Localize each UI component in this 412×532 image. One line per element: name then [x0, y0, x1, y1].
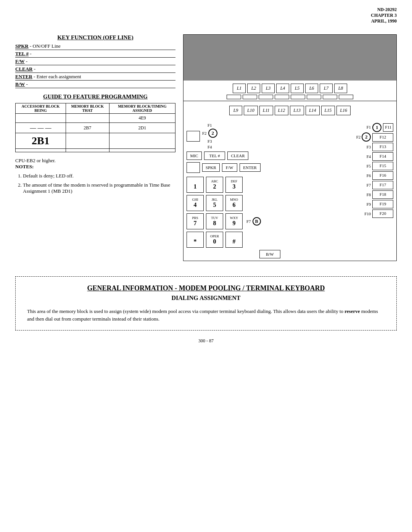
- key-1[interactable]: 1: [187, 177, 204, 193]
- table-cell: [66, 114, 109, 123]
- l6-key[interactable]: L6: [305, 84, 318, 93]
- f11-f20-col: 1 F11 F12 F13 F14 F15 F16 F17 F18 F19 F2…: [372, 123, 393, 258]
- f17-key[interactable]: F17: [372, 181, 393, 189]
- l13-key[interactable]: L13: [290, 106, 304, 115]
- key-item-tel: TEL # -: [15, 51, 175, 58]
- l15-key[interactable]: L15: [321, 106, 335, 115]
- key-5[interactable]: JKL 5: [206, 195, 223, 211]
- circle-1-badge: 1: [372, 123, 381, 132]
- fw-key[interactable]: F/W: [222, 163, 237, 172]
- notes-title: NOTES:: [15, 164, 34, 169]
- circle-2-badge: 2: [208, 129, 217, 138]
- circle-b-badge: B: [253, 217, 261, 226]
- f19-key[interactable]: F19: [372, 200, 393, 208]
- f3-label: F3: [202, 139, 217, 143]
- table-cell-empty: [66, 133, 109, 149]
- cpu-note: CPU-EB2 or higher. NOTES:: [15, 158, 175, 170]
- table-row: 4E9: [16, 114, 175, 123]
- header-line3: APRIL, 1990: [371, 18, 397, 24]
- table-cell-2b7: 2B7: [66, 123, 109, 133]
- phone-row-1: F1 F2 2 F3 F4: [187, 123, 353, 149]
- l2-key[interactable]: L2: [247, 84, 260, 93]
- left-panel: KEY FUNCTION (OFF LINE) SPKR - ON/OFF Li…: [15, 34, 175, 261]
- f16-key[interactable]: F16: [372, 171, 393, 180]
- key-6[interactable]: MNO 6: [225, 195, 243, 211]
- key-item-clear: CLEAR -: [15, 66, 175, 73]
- table-cell-empty5: [109, 149, 175, 152]
- f15-key[interactable]: F15: [372, 162, 393, 170]
- note-item-2: The amount of time the modem is reserved…: [23, 182, 175, 194]
- f1-side-label: F1: [356, 123, 371, 131]
- key-star[interactable]: *: [187, 232, 204, 248]
- spkr-key[interactable]: SPKR: [202, 163, 220, 172]
- key-8[interactable]: TUV 8: [206, 213, 223, 229]
- l9-key[interactable]: L9: [229, 106, 242, 115]
- table-row-empty: [16, 149, 175, 152]
- l10-key[interactable]: L10: [244, 106, 258, 115]
- numpad-row-2: GHI 4 JKL 5 MNO 6: [187, 195, 353, 211]
- footer-text: 300 - 87: [198, 338, 214, 343]
- f14-key[interactable]: F14: [372, 152, 393, 161]
- bw-row: B/W: [187, 250, 353, 258]
- l8-key[interactable]: L8: [334, 84, 347, 93]
- key-2[interactable]: ABC 2: [206, 177, 223, 193]
- table-cell-2d1: 2D1: [109, 123, 175, 133]
- table-cell-empty2: [109, 133, 175, 149]
- numpad-row-4: * OPER 0 #: [187, 232, 353, 248]
- l1-key[interactable]: L1: [233, 84, 246, 93]
- notes-list: Default is deny; LED off. The amount of …: [15, 173, 175, 194]
- f12-key[interactable]: F12: [372, 133, 393, 142]
- page-header: ND-20292 CHAPTER 3 APRIL, 1990: [371, 7, 397, 24]
- l14-key[interactable]: L14: [306, 106, 320, 115]
- bottom-section: GENERAL INFORMATION - MODEM POOLING / TE…: [15, 276, 397, 330]
- f7-b-group: F7 B: [246, 213, 261, 229]
- f1-label: F1: [202, 123, 217, 127]
- f11-circle-row: 1 F11: [372, 123, 393, 132]
- l2-indicator: [243, 95, 257, 99]
- f4-side-label: F4: [356, 152, 371, 161]
- f20-key[interactable]: F20: [372, 210, 393, 218]
- l6-key-group: L6: [305, 84, 318, 93]
- l12-key[interactable]: L12: [275, 106, 289, 115]
- key-hash[interactable]: #: [225, 232, 243, 248]
- f1-f10-col: F1 F2 2 F3 F4 F5 F6 F7 F8 F9 F10: [356, 123, 371, 258]
- f7-side-label: F7: [356, 181, 371, 189]
- programming-table: ACCESSORY BLOCK BEING MEMORY BLOCK THAT …: [15, 103, 175, 152]
- f18-key[interactable]: F18: [372, 190, 393, 199]
- l3-indicator: [259, 95, 273, 99]
- f10-side-label: F10: [356, 210, 371, 218]
- tel-key[interactable]: TEL #: [204, 152, 225, 160]
- l11-key[interactable]: L11: [259, 106, 273, 115]
- key-term-fw: F/W: [15, 58, 25, 64]
- l7-key[interactable]: L7: [320, 84, 333, 93]
- l3-key[interactable]: L3: [262, 84, 275, 93]
- l7-key-group: L7: [320, 84, 333, 93]
- f13-key[interactable]: F13: [372, 143, 393, 151]
- key-9[interactable]: WXY 9: [225, 213, 243, 229]
- key-7[interactable]: PRS 7: [187, 213, 204, 229]
- key-0[interactable]: OPER 0: [206, 232, 223, 248]
- bottom-subtitle: DIALING ASSIGNMENT: [27, 295, 385, 301]
- key-item-fw: F/W -: [15, 58, 175, 65]
- key-function-title: KEY FUNCTION (OFF LINE): [15, 34, 175, 41]
- bw-key[interactable]: B/W: [259, 250, 280, 258]
- enter-key[interactable]: ENTER: [240, 163, 261, 172]
- f2-label-row: F2 2: [202, 129, 217, 138]
- bottom-title: GENERAL INFORMATION - MODEM POOLING / TE…: [27, 284, 385, 292]
- clear-key[interactable]: CLEAR: [227, 152, 248, 160]
- header-line1: ND-20292: [371, 7, 397, 13]
- gray-display-block: [183, 35, 396, 81]
- f11-key[interactable]: F11: [383, 123, 393, 132]
- note-item-1: Default is deny; LED off.: [23, 173, 175, 179]
- l4-key[interactable]: L4: [276, 84, 289, 93]
- l16-key[interactable]: L16: [336, 106, 351, 115]
- l1-key-group: L1: [233, 84, 246, 93]
- mic-key[interactable]: MIC: [187, 152, 202, 160]
- phone-keys-bottom: SPKR F/W ENTER: [187, 162, 353, 173]
- key-term-bw: B/W: [15, 81, 25, 87]
- table-cell-4e9: 4E9: [109, 114, 175, 123]
- f2-side-label-row: F2 2: [356, 132, 371, 142]
- key-4[interactable]: GHI 4: [187, 195, 204, 211]
- key-3[interactable]: DEF 3: [225, 177, 243, 193]
- l5-key[interactable]: L5: [291, 84, 304, 93]
